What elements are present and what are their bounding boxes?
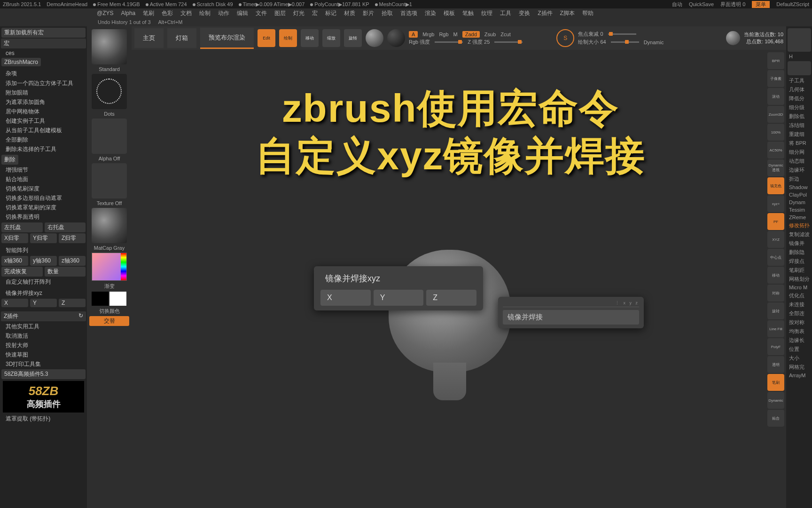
polyf-icon[interactable]: PolyF [767,338,784,355]
default-zscript[interactable]: DefaultZScript [776,1,809,7]
fr-item-0[interactable]: 降低分 [787,94,811,103]
left-item-7[interactable]: 删除未选择的子工具 [1,145,86,154]
popup2-label[interactable]: 镜像并焊接 [508,313,543,322]
mirror-z-button[interactable]: Z [59,299,86,307]
menu-alpha[interactable]: Alpha [121,10,136,16]
snap-icon[interactable]: 贴合 [767,410,784,427]
xyz-icon[interactable]: XYZ [767,231,784,248]
x360-button[interactable]: x轴360 [1,256,28,266]
fr2-2[interactable]: 删除隐 [787,248,811,257]
rgb-button[interactable]: Rgb [439,32,448,37]
z-slider[interactable] [494,41,523,43]
left-item-6[interactable]: 全部删除 [1,135,86,144]
a-button[interactable]: A [409,31,418,38]
quicksave-button[interactable]: QuickSave [689,1,714,7]
auto-label[interactable]: 自动 [672,1,682,8]
plugin53-button[interactable]: 58ZB高频插件5.3 [1,369,86,379]
rotate2-icon[interactable]: 旋转 [767,302,784,319]
fr-item-7[interactable]: 动态细 [787,157,811,166]
fr2-9[interactable]: 全部连 [787,309,811,318]
fr-item-14[interactable]: ZReme [787,214,811,221]
subtool-thumb[interactable] [788,61,811,75]
popup-y-button[interactable]: Y [374,290,424,306]
menu-button[interactable]: 菜单 [752,1,770,8]
fr-item-5[interactable]: 将 BPR [787,139,811,148]
tool-thumb[interactable] [788,28,811,52]
menu-light[interactable]: 灯光 [293,9,304,17]
lightbox-tab[interactable]: 灯箱 [167,28,196,48]
zplugin-header[interactable]: Z插件↻ [1,311,86,321]
fr-item-12[interactable]: Dynam [787,198,811,206]
menu-macro[interactable]: 宏 [312,9,318,17]
fr-item-4[interactable]: 重建细 [787,130,811,139]
focal-slider[interactable] [608,33,636,35]
fr2-4[interactable]: 笔刷距 [787,266,811,275]
center-icon[interactable]: 中心点 [767,249,784,266]
move-icon[interactable]: 移动 [301,29,319,47]
swatch-white[interactable] [109,292,126,306]
left-item-13[interactable]: 切换遮罩笔刷的深度 [1,203,86,212]
fr-subtool[interactable]: 子工具 [787,76,811,85]
fr-item-10[interactable]: Shadow [787,183,811,191]
menu-layer[interactable]: 图层 [274,9,286,17]
drawsize-slider[interactable] [611,41,639,43]
bpr-icon[interactable]: BPR [767,52,784,69]
sphere-icon[interactable] [366,29,383,47]
scale-icon[interactable]: 缩放 [322,29,340,47]
fr2-15[interactable]: 网格完 [787,363,811,372]
xyzplus-icon[interactable]: xyz+ [767,195,784,212]
mask-extract[interactable]: 遮罩提取 (带拓扑) [1,414,86,423]
fr2-16[interactable]: ArrayM [787,372,811,379]
macro-ces[interactable]: ces [1,49,86,57]
misc-header[interactable]: 杂项 [1,69,86,79]
fr-item-9[interactable]: 折边 [787,175,811,183]
fill-icon[interactable]: 填充色 [767,177,784,194]
left-item-1[interactable]: 附加眼睛 [1,88,86,97]
menu-help[interactable]: 帮助 [582,9,593,17]
menu-texture[interactable]: 纹理 [481,9,492,17]
left-item-3[interactable]: 居中网格物体 [1,107,86,116]
xzero-button[interactable]: X归零 [1,233,28,243]
zplugin-item-1[interactable]: 取消激活 [1,332,86,341]
fr-item-8[interactable]: 边缘环 [787,166,811,175]
fr2-0[interactable]: 复制滤波 [787,230,811,239]
rgb-slider[interactable] [435,41,463,43]
edit-icon[interactable]: Edit [258,29,275,47]
left-item-2[interactable]: 为遮罩添加圆角 [1,98,86,107]
m-button[interactable]: M [453,32,458,37]
yzero-button[interactable]: Y归零 [30,233,57,243]
menu-zys[interactable]: @ZYS [97,10,114,16]
transparent-icon[interactable]: 透明 [767,356,784,373]
menu-transform[interactable]: 变换 [519,9,530,17]
home-tab[interactable]: 主页 [134,28,164,48]
z360-button[interactable]: z轴360 [59,256,86,266]
menu-stencil[interactable]: 模板 [444,9,455,17]
fr-item-1[interactable]: 细分级 [787,103,811,112]
fr2-12[interactable]: 边缘长 [787,336,811,345]
menu-file[interactable]: 文件 [256,9,267,17]
fr-item-6[interactable]: 细分网 [787,148,811,157]
material-thumb[interactable] [92,208,127,243]
zplugin-item-3[interactable]: 快速草图 [1,350,86,359]
sphere3-icon[interactable] [726,31,740,45]
swap-button[interactable]: 交替 [89,316,129,326]
zadd-button[interactable]: Zadd [462,31,480,38]
menu-movie[interactable]: 动作 [218,9,229,17]
fr-h[interactable]: H [787,53,811,60]
fr2-7[interactable]: 优化点 [787,291,811,300]
zplugin-item-4[interactable]: 3D打印工具集 [1,360,86,369]
dynamic2-icon[interactable]: Dynamic [767,392,784,409]
color-picker[interactable] [92,253,127,281]
left-item-12[interactable]: 切换多边形组自动遮罩 [1,194,86,203]
linefill-icon[interactable]: Line Fill [767,320,784,337]
fr2-5[interactable]: 网格划分 [787,275,811,284]
restore-button[interactable]: 完成恢复 [1,267,43,277]
fr2-1[interactable]: 镜像并 [787,239,811,248]
menu-tool[interactable]: 工具 [500,9,511,17]
left-item-14[interactable]: 切换界面透明 [1,213,86,222]
fr-item-13[interactable]: Tessim [787,206,811,214]
y360-button[interactable]: y轴360 [30,256,57,266]
fr2-3[interactable]: 焊接点 [787,257,811,266]
swatch-black[interactable] [92,292,109,306]
mirror-x-button[interactable]: X [1,299,28,307]
